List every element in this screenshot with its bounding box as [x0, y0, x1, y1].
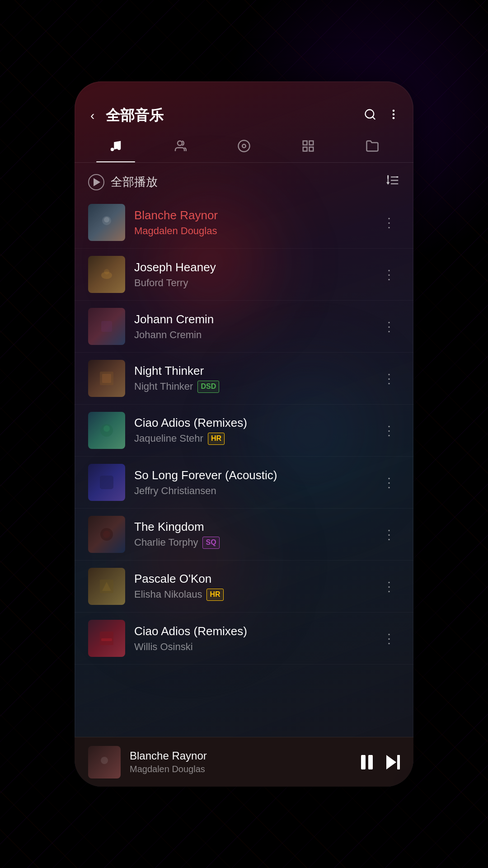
- song-thumbnail: [88, 204, 125, 241]
- song-artist: Buford Terry: [134, 277, 188, 289]
- song-meta: Night Thinker DSD: [134, 381, 369, 393]
- pause-button[interactable]: [361, 755, 373, 769]
- svg-rect-10: [303, 147, 307, 151]
- now-playing-title: Blanche Raynor: [130, 750, 352, 762]
- play-all-button[interactable]: 全部播放: [88, 174, 158, 190]
- more-options-button[interactable]: ⋮: [378, 211, 400, 235]
- svg-point-18: [104, 217, 109, 222]
- next-button[interactable]: [386, 755, 400, 769]
- song-thumbnail: [88, 256, 125, 293]
- more-options-button[interactable]: ⋮: [378, 263, 400, 287]
- list-item[interactable]: Joseph Heaney Buford Terry ⋮: [75, 249, 413, 301]
- playlists-icon: [301, 139, 315, 156]
- songs-icon: [109, 139, 122, 156]
- playback-controls: [361, 755, 400, 769]
- song-info: The Kingdom Charlie Torphy SQ: [134, 520, 369, 549]
- song-thumbnail: [88, 568, 125, 605]
- svg-point-2: [393, 109, 395, 112]
- song-title: The Kingdom: [134, 520, 369, 534]
- song-meta: Willis Osinski: [134, 641, 369, 653]
- svg-point-6: [239, 141, 250, 152]
- page-title: 全部音乐: [106, 106, 355, 126]
- phone-content: ‹ 全部音乐: [75, 81, 413, 787]
- tab-folders[interactable]: [340, 135, 404, 162]
- tab-bar: [75, 135, 413, 163]
- next-icon: [386, 755, 400, 769]
- tab-songs[interactable]: [84, 135, 148, 162]
- song-thumbnail: [88, 412, 125, 449]
- tab-artists[interactable]: [148, 135, 212, 162]
- song-title: Blanche Raynor: [134, 208, 369, 222]
- search-icon[interactable]: [364, 108, 376, 124]
- svg-rect-21: [101, 321, 112, 332]
- quality-badge-hr: HR: [208, 433, 225, 445]
- song-title: Pascale O'Kon: [134, 572, 369, 586]
- play-circle: [88, 174, 104, 190]
- song-artist: Charlie Torphy: [134, 537, 198, 548]
- more-options-button[interactable]: ⋮: [378, 471, 400, 495]
- song-thumbnail: [88, 464, 125, 501]
- list-item[interactable]: Blanche Raynor Magdalen Douglas ⋮: [75, 197, 413, 249]
- song-title: Joseph Heaney: [134, 260, 369, 274]
- svg-rect-11: [310, 147, 314, 151]
- song-list: Blanche Raynor Magdalen Douglas ⋮: [75, 197, 413, 787]
- list-item[interactable]: The Kingdom Charlie Torphy SQ ⋮: [75, 509, 413, 561]
- list-item[interactable]: Johann Cremin Johann Cremin ⋮: [75, 301, 413, 353]
- list-item[interactable]: So Long Forever (Acoustic) Jeffry Christ…: [75, 457, 413, 509]
- song-thumbnail: [88, 516, 125, 553]
- svg-point-4: [393, 117, 395, 119]
- song-title: Night Thinker: [134, 364, 369, 378]
- svg-rect-8: [303, 141, 307, 145]
- sort-icon[interactable]: [386, 174, 400, 190]
- list-item[interactable]: Ciao Adios (Remixes) Jaqueline Stehr HR …: [75, 405, 413, 457]
- more-options-button[interactable]: ⋮: [378, 419, 400, 443]
- song-title: Johann Cremin: [134, 312, 369, 326]
- song-meta: Charlie Torphy SQ: [134, 537, 369, 549]
- tab-albums[interactable]: [212, 135, 276, 162]
- phone-shell: ‹ 全部音乐: [75, 81, 413, 787]
- song-artist: Jeffry Christiansen: [134, 485, 216, 497]
- more-options-button[interactable]: ⋮: [378, 575, 400, 599]
- song-meta: Jaqueline Stehr HR: [134, 433, 369, 445]
- quality-badge-sq: SQ: [202, 537, 219, 549]
- song-info: Pascale O'Kon Elisha Nikolaus HR: [134, 572, 369, 601]
- svg-point-3: [393, 113, 395, 115]
- song-info: Ciao Adios (Remixes) Willis Osinski: [134, 624, 369, 653]
- svg-rect-31: [101, 638, 112, 641]
- more-options-button[interactable]: ⋮: [378, 523, 400, 547]
- pause-icon: [361, 755, 373, 769]
- more-options-button[interactable]: ⋮: [378, 367, 400, 391]
- now-playing-thumbnail: [88, 746, 121, 778]
- list-item[interactable]: Ciao Adios (Remixes) Willis Osinski ⋮: [75, 613, 413, 665]
- svg-point-32: [101, 757, 108, 764]
- svg-rect-9: [310, 141, 314, 145]
- more-options-button[interactable]: ⋮: [378, 627, 400, 651]
- song-title: So Long Forever (Acoustic): [134, 468, 369, 482]
- song-meta: Johann Cremin: [134, 329, 369, 341]
- svg-line-1: [372, 117, 375, 119]
- tab-playlists[interactable]: [276, 135, 340, 162]
- now-playing-bar[interactable]: Blanche Raynor Magdalen Douglas: [75, 737, 413, 787]
- song-artist: Jaqueline Stehr: [134, 433, 203, 444]
- more-options-icon[interactable]: [387, 108, 400, 124]
- status-bar: [75, 81, 413, 101]
- song-thumbnail: [88, 360, 125, 397]
- song-artist: Night Thinker: [134, 381, 193, 392]
- song-info: Johann Cremin Johann Cremin: [134, 312, 369, 341]
- artists-icon: [173, 139, 187, 156]
- more-options-button[interactable]: ⋮: [378, 315, 400, 339]
- svg-point-5: [178, 141, 182, 146]
- list-item[interactable]: Night Thinker Night Thinker DSD ⋮: [75, 353, 413, 405]
- song-thumbnail: [88, 620, 125, 657]
- song-meta: Buford Terry: [134, 277, 369, 289]
- back-button[interactable]: ‹: [88, 106, 97, 125]
- albums-icon: [237, 139, 251, 156]
- now-playing-info: Blanche Raynor Magdalen Douglas: [130, 750, 352, 774]
- svg-point-20: [104, 269, 109, 274]
- song-meta: Magdalen Douglas: [134, 225, 369, 237]
- svg-point-25: [103, 425, 110, 432]
- list-item[interactable]: Pascale O'Kon Elisha Nikolaus HR ⋮: [75, 561, 413, 613]
- song-artist: Johann Cremin: [134, 329, 202, 341]
- song-info: Blanche Raynor Magdalen Douglas: [134, 208, 369, 237]
- song-meta: Jeffry Christiansen: [134, 485, 369, 497]
